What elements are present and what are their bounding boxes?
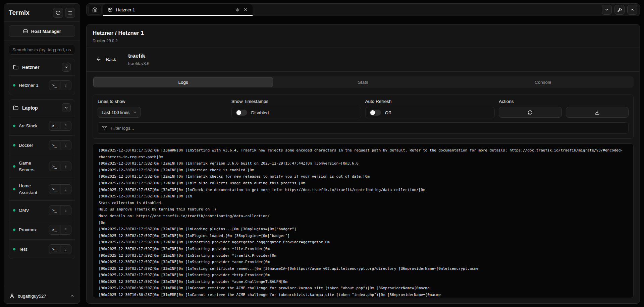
log-line: [90m2025-12-30T02:17:59Z[0m [32mINF[0m [… — [99, 233, 628, 239]
tab-console[interactable]: Console — [453, 77, 633, 87]
host-row[interactable]: OMV >_ — [9, 200, 75, 220]
sidebar-menu-button[interactable] — [65, 8, 75, 18]
open-terminal-button[interactable]: >_ — [49, 162, 60, 171]
terminal-icon: >_ — [52, 247, 57, 251]
host-row[interactable]: Docker >_ — [9, 135, 75, 155]
user-menu[interactable]: bugattiguy527 — [9, 290, 75, 299]
tools-button[interactable] — [614, 5, 625, 15]
log-output[interactable]: [90m2025-12-30T02:17:58Z[0m [33mWRN[0m [… — [93, 143, 634, 298]
log-line: [90m2025-12-30T02:17:58Z[0m [32mINF[0m [… — [99, 180, 628, 187]
actions-label: Actions — [499, 99, 629, 104]
log-line: [90m2025-12-30T02:17:58Z[0m [32mINF[0m [… — [99, 167, 628, 174]
download-logs-button[interactable] — [566, 107, 629, 118]
host-menu-button[interactable] — [60, 206, 71, 215]
ellipsis-vertical-icon — [64, 143, 68, 147]
package-icon — [108, 7, 113, 12]
collapse-down-button[interactable] — [602, 5, 612, 15]
sidebar-divider — [4, 286, 80, 286]
lines-select[interactable]: Last 100 lines — [98, 107, 141, 118]
host-group-header[interactable]: Hetzner — [9, 59, 75, 75]
host-actions: >_ — [49, 225, 71, 235]
status-dot — [13, 125, 15, 127]
timestamps-toggle-box: Disabled — [231, 107, 361, 118]
host-name: Test — [19, 246, 45, 253]
back-button[interactable]: Back — [93, 55, 119, 64]
username: bugattiguy527 — [18, 294, 46, 299]
host-row[interactable]: Home Assistant >_ — [9, 178, 75, 200]
arrow-left-icon — [96, 57, 101, 62]
app-title: Termix — [9, 9, 30, 16]
log-line: [90m2025-12-30T02:17:58Z[0m [32mINF[0m [… — [99, 193, 628, 200]
auto-refresh-toggle[interactable] — [370, 110, 381, 116]
host-actions: >_ — [49, 184, 71, 194]
host-menu-button[interactable] — [60, 185, 71, 194]
status-dot — [13, 248, 15, 250]
chevron-down-icon — [604, 7, 609, 12]
log-line: [90m2025-12-30T02:17:59Z[0m [32mINF[0m [… — [99, 279, 628, 285]
folder-icon — [13, 65, 18, 70]
host-name: Docker — [19, 142, 45, 149]
home-button[interactable] — [88, 5, 102, 15]
host-menu-button[interactable] — [60, 141, 71, 150]
main-area: Hetzner 1 — [86, 3, 640, 304]
auto-refresh-toggle-box: Off — [365, 107, 495, 118]
close-tab-icon[interactable] — [243, 7, 248, 12]
sidebar-header: Termix — [9, 8, 75, 18]
lines-to-show-group: Lines to show Last 100 lines — [98, 99, 227, 118]
host-menu-button[interactable] — [60, 81, 71, 90]
host-name: Hetzner 1 — [19, 82, 45, 89]
sidebar-divider — [4, 21, 80, 22]
search-hosts-input[interactable] — [9, 45, 75, 55]
tab-logs[interactable]: Logs — [93, 77, 273, 87]
terminal-icon: >_ — [52, 143, 57, 147]
host-actions: >_ — [49, 244, 71, 254]
host-row[interactable]: Proxmox >_ — [9, 220, 75, 239]
refresh-logs-button[interactable] — [499, 107, 561, 118]
host-row[interactable]: Hetzner 1 >_ — [9, 75, 75, 95]
open-terminal-button[interactable]: >_ — [49, 206, 60, 215]
host-group-header[interactable]: Laptop — [9, 100, 75, 116]
toggle-knob — [236, 110, 241, 115]
container-tabs: LogsStatsConsole — [93, 76, 634, 88]
host-menu-button[interactable] — [60, 162, 71, 171]
log-line: characters-in-request-path[0m — [99, 154, 628, 161]
rotate-ccw-icon — [56, 10, 61, 15]
collapse-up-button[interactable] — [627, 5, 637, 15]
host-menu-button[interactable] — [60, 121, 71, 130]
group-collapse-button[interactable] — [62, 63, 71, 72]
log-line: [90m2025-12-30T06:36:30Z[0m [31mERR[0m [… — [99, 285, 628, 292]
open-terminal-button[interactable]: >_ — [49, 81, 60, 90]
host-row[interactable]: Test >_ — [9, 239, 75, 259]
docker-version: Docker 29.0.2 — [93, 39, 634, 43]
download-icon — [595, 110, 600, 115]
host-menu-button[interactable] — [60, 245, 71, 254]
open-terminal-button[interactable]: >_ — [49, 185, 60, 194]
folder-icon — [13, 105, 18, 111]
host-row[interactable]: Game Servers >_ — [9, 155, 75, 178]
menu-icon — [68, 10, 73, 15]
host-group-card: Hetzner Hetzner 1 >_ — [9, 59, 75, 95]
log-line: [90m2025-12-30T02:17:58Z[0m [32mINF[0m [… — [99, 187, 628, 193]
terminal-icon: >_ — [52, 208, 57, 212]
filter-logs-box — [98, 122, 629, 134]
group-collapse-button[interactable] — [62, 103, 71, 112]
hard-drive-icon — [23, 28, 28, 34]
open-terminal-button[interactable]: >_ — [49, 121, 60, 130]
status-dot — [13, 165, 15, 168]
refresh-hosts-button[interactable] — [53, 8, 63, 18]
tab-hetzner-1[interactable]: Hetzner 1 — [103, 4, 253, 16]
open-terminal-button[interactable]: >_ — [49, 225, 60, 234]
timestamps-toggle[interactable] — [236, 110, 247, 116]
open-terminal-button[interactable]: >_ — [49, 245, 60, 254]
tab-stats[interactable]: Stats — [273, 77, 453, 87]
log-line: [90m2025-12-30T02:17:58Z[0m [32mINF[0m [… — [99, 160, 628, 167]
split-view-icon[interactable] — [235, 7, 240, 12]
filter-logs-input[interactable] — [111, 126, 624, 131]
open-terminal-button[interactable]: >_ — [49, 141, 60, 150]
log-line: [90m2025-12-30T10:30:28Z[0m [31mERR[0m [… — [99, 292, 628, 298]
breadcrumb: Hetzner / Hetzner 1 — [93, 30, 634, 37]
host-row[interactable]: Arr Stack >_ — [9, 116, 75, 135]
host-manager-button[interactable]: Host Manager — [9, 25, 75, 37]
host-menu-button[interactable] — [60, 225, 71, 234]
terminal-icon: >_ — [52, 83, 57, 87]
